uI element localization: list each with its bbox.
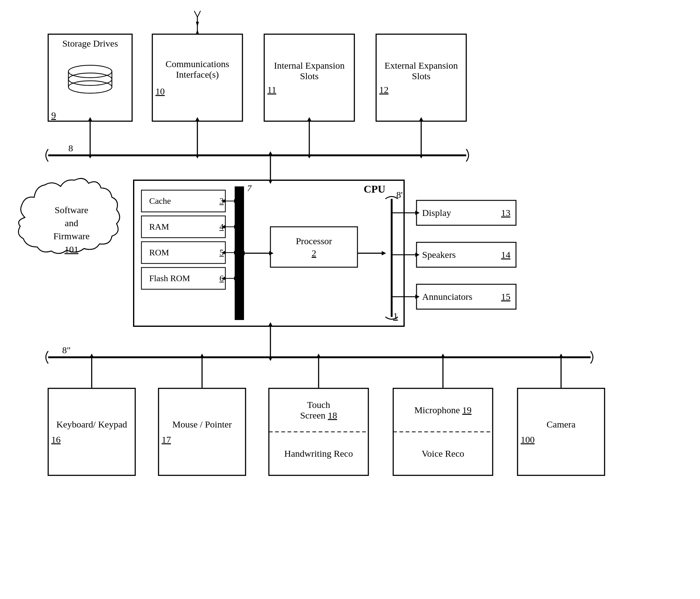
camera-box: Camera 100: [518, 388, 605, 475]
software-firmware-box: SoftwareandFirmware 101: [22, 199, 121, 259]
speakers-label: Speakers 14: [417, 242, 516, 267]
ram-label: RAM 4: [145, 216, 228, 238]
svg-marker-11: [196, 22, 199, 26]
svg-marker-16: [88, 154, 92, 158]
svg-marker-80: [317, 354, 321, 358]
storage-drives-ref: 9: [51, 109, 56, 121]
annunciators-label: Annunciators 15: [417, 284, 516, 309]
right-bus-label: 8': [396, 189, 402, 200]
svg-marker-78: [200, 354, 204, 358]
cpu-label: CPU: [364, 183, 385, 195]
storage-drives-label: Storage Drives: [62, 37, 118, 49]
storage-drives-box: Storage Drives 9: [48, 34, 132, 121]
svg-marker-30: [268, 151, 273, 155]
comms-ref: 10: [155, 86, 165, 97]
internal-expansion-ref: 11: [267, 84, 276, 95]
rom-label: ROM 5: [145, 242, 228, 263]
voice-reco-label: Voice Reco: [393, 432, 493, 475]
mouse-box: Mouse / Pointer 17: [158, 388, 246, 475]
external-expansion-box: External Expansion Slots 12: [376, 34, 466, 121]
svg-line-8: [194, 11, 197, 17]
external-expansion-label: External Expansion Slots: [376, 60, 466, 81]
comms-box: Communications Interface(s) 10: [152, 34, 243, 121]
svg-marker-10: [196, 29, 199, 34]
svg-marker-25: [419, 154, 423, 158]
svg-marker-84: [559, 354, 563, 358]
cache-label: Cache 3: [145, 190, 228, 212]
touch-screen-box: TouchScreen 18: [269, 388, 368, 432]
display-label: Display 13: [417, 200, 516, 225]
processor-box: Processor 2: [270, 227, 357, 267]
svg-marker-82: [441, 354, 445, 358]
cpu-ref: 1: [393, 311, 398, 321]
internal-expansion-box: Internal Expansion Slots 11: [264, 34, 354, 121]
comms-label: Communications Interface(s): [152, 59, 243, 80]
diagram: Storage Drives 9 Communications Interfac…: [0, 0, 700, 599]
svg-marker-22: [307, 154, 311, 158]
internal-bus-label: 7: [247, 183, 251, 193]
external-expansion-ref: 12: [379, 84, 389, 95]
bottom-bus-label: 8": [62, 345, 71, 356]
keyboard-box: Keyboard/ Keypad 16: [48, 388, 135, 475]
svg-marker-76: [90, 354, 94, 358]
top-bus-label: 8: [68, 143, 73, 154]
svg-marker-19: [195, 154, 200, 158]
internal-expansion-label: Internal Expansion Slots: [264, 60, 354, 81]
microphone-box: Microphone 19: [393, 388, 493, 432]
svg-marker-66: [268, 357, 273, 361]
svg-line-9: [197, 11, 200, 17]
flash-rom-label: Flash ROM 6: [145, 267, 228, 289]
handwriting-reco-label: Handwriting Reco: [269, 432, 368, 475]
